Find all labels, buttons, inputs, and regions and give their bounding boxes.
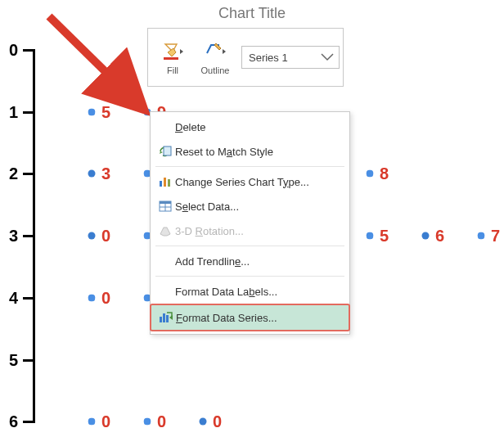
y-tick [23, 49, 35, 52]
outline-label: Outline [194, 65, 236, 75]
data-point[interactable] [365, 231, 375, 241]
data-label[interactable]: 0 [213, 412, 222, 429]
fill-label: Fill [151, 65, 194, 75]
data-label[interactable]: 5 [101, 103, 110, 122]
svg-rect-4 [164, 178, 166, 187]
svg-rect-5 [168, 179, 170, 187]
y-tick [23, 359, 35, 362]
series-selector-value: Series 1 [249, 52, 288, 64]
y-tick [23, 111, 35, 114]
menu-item-label: 3-D Rotation... [175, 225, 244, 237]
y-tick-label: 4 [0, 289, 18, 308]
y-tick-label: 3 [0, 227, 18, 246]
data-label[interactable]: 0 [157, 412, 166, 429]
svg-rect-2 [164, 146, 171, 155]
y-tick-label: 1 [0, 103, 18, 122]
data-point[interactable] [142, 417, 152, 426]
series-selector[interactable]: Series 1 [241, 46, 340, 69]
svg-line-1 [49, 16, 139, 105]
data-point[interactable] [422, 232, 430, 240]
svg-rect-12 [166, 315, 169, 322]
svg-rect-11 [163, 313, 165, 322]
data-point[interactable] [88, 232, 96, 240]
menu-item-label: Format Data Series... [176, 312, 277, 324]
chevron-down-icon [321, 52, 334, 64]
data-label[interactable]: 7 [491, 227, 500, 246]
svg-rect-3 [160, 181, 162, 187]
fill-button[interactable]: Fill [151, 39, 194, 75]
chart-type-icon [159, 176, 172, 187]
data-point[interactable] [365, 169, 375, 178]
menu-delete[interactable]: Delete [151, 115, 349, 139]
y-tick-label: 2 [0, 164, 18, 183]
data-point[interactable] [476, 231, 486, 241]
data-label[interactable]: 8 [380, 164, 389, 183]
data-label[interactable]: 5 [380, 227, 389, 246]
menu-add-trendline[interactable]: Add Trendline... [151, 249, 349, 273]
data-label[interactable]: 0 [101, 289, 110, 308]
menu-change-chart-type[interactable]: Change Series Chart Type... [151, 169, 349, 194]
y-tick-label: 5 [0, 351, 18, 370]
data-point[interactable] [87, 293, 97, 303]
data-label[interactable]: 3 [101, 164, 110, 183]
rotation-icon [159, 225, 172, 237]
y-tick [23, 173, 35, 175]
context-menu: Delete Reset to Match Style Chang [150, 111, 350, 335]
data-label[interactable]: 0 [101, 227, 110, 246]
y-tick [23, 421, 35, 423]
y-tick [23, 297, 35, 300]
menu-format-data-series[interactable]: Format Data Series... [150, 304, 350, 331]
svg-rect-10 [160, 317, 162, 322]
y-tick-label: 6 [0, 412, 18, 428]
reset-icon [158, 145, 173, 158]
data-label[interactable]: 0 [101, 412, 110, 429]
select-data-icon [159, 200, 172, 212]
menu-item-label: Reset to Match Style [175, 146, 273, 158]
svg-rect-0 [164, 57, 178, 60]
menu-separator [155, 166, 344, 167]
outline-icon [205, 42, 226, 61]
data-point[interactable] [87, 107, 97, 117]
menu-item-label: Add Trendline... [175, 255, 250, 268]
menu-item-label: Select Data... [175, 200, 239, 213]
menu-separator [155, 246, 344, 246]
data-label[interactable]: 6 [435, 227, 444, 246]
outline-button[interactable]: Outline [194, 39, 236, 75]
fill-icon [162, 42, 183, 61]
menu-select-data[interactable]: Select Data... [151, 194, 349, 219]
menu-item-label: Delete [175, 121, 206, 133]
y-tick [23, 235, 35, 237]
mini-toolbar: Fill Outline Series 1 [147, 28, 344, 87]
data-point[interactable] [88, 170, 96, 178]
menu-reset[interactable]: Reset to Match Style [151, 139, 349, 164]
chart-title[interactable]: Chart Title [0, 5, 504, 22]
data-point[interactable] [200, 418, 207, 426]
menu-separator [155, 276, 344, 277]
data-point[interactable] [87, 417, 97, 426]
menu-item-label: Change Series Chart Type... [175, 176, 309, 188]
menu-3d-rotation: 3-D Rotation... [151, 219, 349, 243]
format-series-icon [159, 311, 173, 324]
menu-item-label: Format Data Labels... [175, 286, 277, 298]
menu-format-data-labels[interactable]: Format Data Labels... [151, 279, 349, 304]
y-tick-label: 0 [0, 41, 18, 60]
